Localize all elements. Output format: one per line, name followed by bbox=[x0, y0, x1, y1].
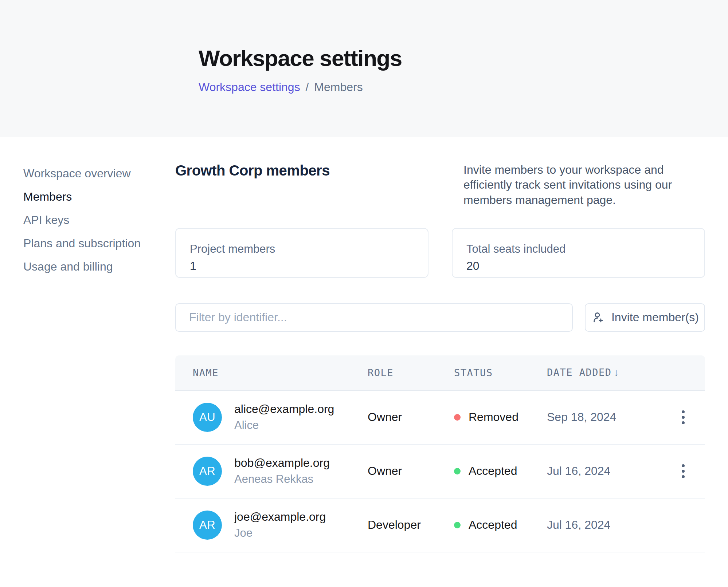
member-date-added: Jul 16, 2024 bbox=[547, 464, 672, 478]
stat-label: Project members bbox=[190, 243, 428, 256]
member-status: Accepted bbox=[454, 518, 547, 532]
members-header-row: Growth Corp members Invite members to yo… bbox=[175, 162, 705, 208]
members-table-header: NAME ROLE STATUS DATE ADDED↓ bbox=[175, 355, 705, 391]
status-dot-icon bbox=[454, 468, 461, 474]
member-cell: AU alice@example.org Alice bbox=[193, 402, 368, 432]
stats-cards: Project members 1 Total seats included 2… bbox=[175, 228, 705, 278]
stat-label: Total seats included bbox=[466, 243, 704, 256]
avatar: AR bbox=[193, 457, 222, 486]
sidebar-item-members[interactable]: Members bbox=[23, 191, 175, 202]
page-title: Workspace settings bbox=[199, 45, 705, 71]
stat-card-total-seats: Total seats included 20 bbox=[452, 228, 705, 278]
invite-members-button-label: Invite member(s) bbox=[611, 311, 699, 324]
stat-card-project-members: Project members 1 bbox=[175, 228, 428, 278]
filter-input[interactable] bbox=[175, 303, 573, 332]
breadcrumb-current: Members bbox=[314, 80, 363, 94]
members-section-description: Invite members to your workspace and eff… bbox=[463, 162, 705, 208]
column-header-date-label: DATE ADDED bbox=[547, 367, 612, 378]
member-email: alice@example.org bbox=[234, 402, 334, 416]
breadcrumb: Workspace settings / Members bbox=[199, 80, 705, 94]
main-content: Growth Corp members Invite members to yo… bbox=[175, 137, 728, 552]
member-role: Owner bbox=[368, 410, 454, 424]
members-section-heading: Growth Corp members bbox=[175, 162, 330, 179]
breadcrumb-separator: / bbox=[304, 80, 311, 94]
status-dot-icon bbox=[454, 414, 461, 421]
member-identity: joe@example.org Joe bbox=[234, 510, 326, 540]
member-status: Removed bbox=[454, 410, 547, 424]
column-header-status: STATUS bbox=[454, 367, 547, 378]
breadcrumb-link-workspace-settings[interactable]: Workspace settings bbox=[199, 80, 300, 94]
sort-descending-icon: ↓ bbox=[612, 367, 619, 378]
member-name: Joe bbox=[234, 527, 326, 540]
column-header-date-added[interactable]: DATE ADDED↓ bbox=[547, 367, 672, 378]
sidebar-item-plans-and-subscription[interactable]: Plans and subscription bbox=[23, 237, 175, 249]
sidebar-item-workspace-overview[interactable]: Workspace overview bbox=[23, 168, 175, 179]
member-name: Alice bbox=[234, 419, 334, 432]
member-row: AR bob@example.org Aeneas Rekkas Owner A… bbox=[175, 445, 705, 499]
invite-member-icon bbox=[591, 311, 605, 324]
status-label: Accepted bbox=[469, 464, 517, 478]
member-row: AU alice@example.org Alice Owner Removed… bbox=[175, 391, 705, 445]
member-role: Owner bbox=[368, 464, 454, 478]
member-cell: AR bob@example.org Aeneas Rekkas bbox=[193, 456, 368, 486]
member-name: Aeneas Rekkas bbox=[234, 473, 330, 486]
member-date-added: Sep 18, 2024 bbox=[547, 410, 672, 424]
member-row: AR joe@example.org Joe Developer Accepte… bbox=[175, 499, 705, 552]
avatar: AU bbox=[193, 403, 222, 432]
member-date-added: Jul 16, 2024 bbox=[547, 518, 672, 532]
row-actions-kebab-icon[interactable] bbox=[678, 407, 688, 428]
settings-sidebar: Workspace overviewMembersAPI keysPlans a… bbox=[0, 137, 175, 284]
member-status: Accepted bbox=[454, 464, 547, 478]
status-label: Removed bbox=[469, 410, 518, 424]
page-header: Workspace settings Workspace settings / … bbox=[0, 0, 728, 137]
status-dot-icon bbox=[454, 522, 461, 528]
stat-value: 1 bbox=[190, 259, 428, 273]
member-role: Developer bbox=[368, 518, 454, 532]
stat-value: 20 bbox=[466, 259, 704, 273]
column-header-name: NAME bbox=[193, 367, 368, 378]
member-identity: bob@example.org Aeneas Rekkas bbox=[234, 456, 330, 486]
sidebar-item-api-keys[interactable]: API keys bbox=[23, 214, 175, 226]
column-header-role: ROLE bbox=[368, 367, 454, 378]
filter-toolbar: Invite member(s) bbox=[175, 303, 705, 332]
member-cell: AR joe@example.org Joe bbox=[193, 510, 368, 540]
members-table: NAME ROLE STATUS DATE ADDED↓ AU alice@ex… bbox=[175, 355, 705, 552]
members-table-body: AU alice@example.org Alice Owner Removed… bbox=[175, 391, 705, 552]
body-wrap: Workspace overviewMembersAPI keysPlans a… bbox=[0, 137, 728, 552]
status-label: Accepted bbox=[469, 518, 517, 532]
invite-members-button[interactable]: Invite member(s) bbox=[585, 303, 705, 332]
member-email: joe@example.org bbox=[234, 510, 326, 524]
avatar: AR bbox=[193, 511, 222, 540]
sidebar-item-usage-and-billing[interactable]: Usage and billing bbox=[23, 261, 175, 272]
row-actions-kebab-icon[interactable] bbox=[678, 461, 688, 482]
member-email: bob@example.org bbox=[234, 456, 330, 470]
member-identity: alice@example.org Alice bbox=[234, 402, 334, 432]
